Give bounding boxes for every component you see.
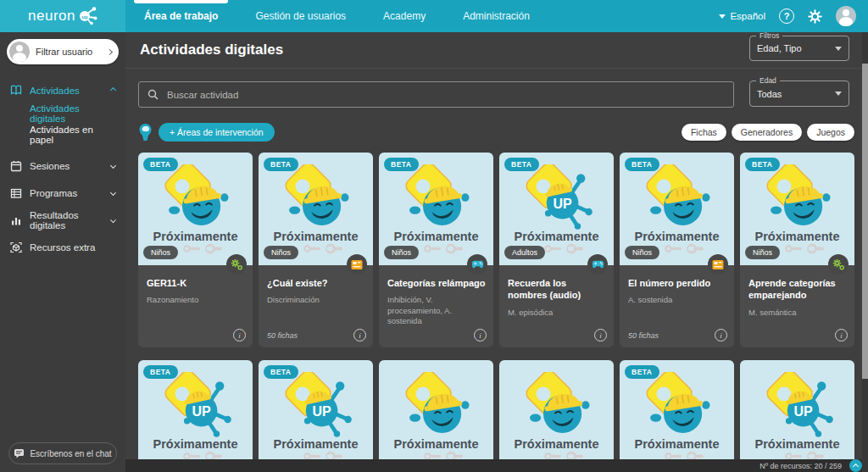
- book-icon: [10, 85, 22, 97]
- bar-chart-icon: [10, 214, 22, 226]
- activity-card[interactable]: BETA: [740, 153, 854, 347]
- scrollbar-thumb[interactable]: [862, 64, 868, 379]
- generator-icon: [231, 258, 242, 270]
- card-title: Aprende categorías emparejando: [748, 277, 847, 302]
- areas-de-intervencion-button[interactable]: + Áreas de intervención: [159, 123, 275, 142]
- mascot-face-illustration: [156, 164, 236, 236]
- generadores-button[interactable]: Generadores: [732, 124, 802, 141]
- scrollbar-track[interactable]: [862, 32, 868, 472]
- coming-soon-label: Próximamente: [138, 230, 253, 243]
- cube-icon: [10, 242, 22, 253]
- card-subtitle: M. episódica: [508, 308, 606, 318]
- tab-area-de-trabajo[interactable]: Área de trabajo: [125, 0, 236, 32]
- type-filter-buttons: Fichas Generadores Juegos: [682, 124, 854, 141]
- info-icon[interactable]: i: [474, 329, 487, 342]
- card-info: Aprende categorías emparejando M. semánt…: [740, 265, 854, 347]
- user-avatar[interactable]: [836, 6, 856, 26]
- coming-soon-label: Próximamente: [620, 230, 734, 243]
- card-info: Recuerda los nombres (audio) M. episódic…: [499, 265, 614, 347]
- mascot-up-logo-illustration: UP: [517, 164, 597, 236]
- game-controller-icon: [592, 260, 604, 269]
- chat-button[interactable]: Escríbenos en el chat: [8, 442, 117, 464]
- sidebar-item-actividades-digitales[interactable]: Actividades digitales: [0, 103, 125, 124]
- activity-card[interactable]: BETA: [138, 153, 253, 347]
- main-nav: Área de trabajo Gestión de usuarios Acad…: [125, 0, 548, 32]
- coming-soon-label: Próximamente: [499, 230, 614, 243]
- generator-icon: [832, 258, 844, 270]
- activity-card[interactable]: UP Próximamente: [379, 360, 493, 472]
- svg-text:UP: UP: [553, 197, 572, 211]
- help-icon[interactable]: ?: [779, 8, 794, 24]
- activity-card[interactable]: BETA: [379, 153, 493, 347]
- sidebar-item-actividades[interactable]: Actividades: [0, 80, 125, 101]
- activity-card[interactable]: BETA: [259, 360, 373, 472]
- card-subtitle: Discriminación: [267, 295, 365, 305]
- svg-text:UP: UP: [312, 404, 331, 419]
- coming-soon-label: Próximamente: [379, 437, 493, 451]
- sidebar-item-actividades-en-papel[interactable]: Actividades en papel: [0, 124, 125, 145]
- activity-card[interactable]: BETA: [138, 360, 253, 472]
- activity-card[interactable]: UP Próximamente: [740, 360, 854, 472]
- mascot-up-logo-illustration: UP: [156, 372, 236, 443]
- main-content: Actividades digitales Filtros Edad, Tipo…: [125, 32, 868, 472]
- user-placeholder-icon: [9, 42, 30, 62]
- scroll-to-top-button[interactable]: [849, 459, 862, 472]
- age-badge: Niños: [625, 246, 659, 259]
- mascot-face-illustration: [397, 164, 476, 236]
- activity-card[interactable]: BETA: [620, 153, 734, 347]
- card-image: BETA: [499, 153, 614, 265]
- edad-dropdown[interactable]: Edad Todas: [749, 81, 849, 107]
- info-icon[interactable]: i: [233, 329, 246, 342]
- chevron-right-icon: [107, 48, 113, 54]
- fichas-button[interactable]: Fichas: [682, 124, 726, 141]
- chat-bubble-icon: [14, 448, 25, 458]
- activity-type-badge: [587, 254, 608, 275]
- mascot-face-illustration: [637, 372, 717, 443]
- tab-gestion-de-usuarios[interactable]: Gestión de usuarios: [236, 0, 364, 32]
- filter-user-button[interactable]: Filtrar usuario: [7, 39, 119, 64]
- info-icon[interactable]: i: [594, 329, 607, 342]
- logo-text: neuron: [28, 8, 75, 25]
- info-icon[interactable]: i: [835, 329, 848, 342]
- chevron-down-icon: [110, 163, 116, 169]
- fichas-count: 50 fichas: [628, 331, 659, 340]
- coming-soon-label: Próximamente: [620, 437, 734, 451]
- tab-academy[interactable]: Academy: [364, 0, 444, 32]
- filters-dropdown[interactable]: Filtros Edad, Tipo: [749, 36, 849, 61]
- resources-count: Nº de recursos: 20 / 259: [760, 462, 842, 470]
- tools-decoration-icon: [784, 242, 826, 258]
- mascot-up-logo-illustration: UP: [758, 372, 837, 443]
- gear-icon[interactable]: [808, 9, 822, 24]
- coming-soon-label: Próximamente: [379, 230, 493, 243]
- table-icon: [10, 187, 22, 199]
- card-image: UP Próximamente: [379, 360, 493, 472]
- language-selector[interactable]: Español: [719, 11, 765, 21]
- activity-type-badge: [708, 254, 728, 275]
- activity-card[interactable]: BETA: [259, 153, 373, 347]
- card-subtitle: Inhibición, V. procesamiento, A. sosteni…: [387, 295, 486, 326]
- tab-administracion[interactable]: Administración: [444, 0, 548, 32]
- juegos-button[interactable]: Juegos: [807, 124, 854, 141]
- card-image: BETA: [620, 153, 734, 265]
- info-icon[interactable]: i: [715, 329, 727, 342]
- sidebar-item-programas[interactable]: Programas: [0, 182, 125, 203]
- tools-decoration-icon: [303, 242, 345, 258]
- sidebar-item-recursos-extra[interactable]: Recursos extra: [0, 236, 125, 258]
- sidebar-item-sesiones[interactable]: Sesiones: [0, 155, 125, 176]
- logo[interactable]: neuron up: [0, 0, 125, 32]
- coming-soon-label: Próximamente: [740, 437, 854, 451]
- info-icon[interactable]: i: [353, 329, 366, 342]
- search-input[interactable]: [165, 89, 725, 101]
- sidebar-item-resultados-digitales[interactable]: Resultados digitales: [0, 209, 125, 230]
- activity-card[interactable]: BETA: [499, 153, 614, 347]
- cards-row-2: BETA: [138, 360, 854, 472]
- brain-head-icon[interactable]: [138, 123, 153, 142]
- tools-decoration-icon: [543, 242, 586, 258]
- actions-row: + Áreas de intervención Fichas Generador…: [138, 122, 854, 142]
- svg-text:up: up: [81, 14, 88, 19]
- activity-card[interactable]: BETA: [620, 360, 734, 472]
- caret-down-icon: [835, 92, 842, 96]
- activity-card[interactable]: UP Próximamente: [499, 360, 614, 472]
- search-icon: [147, 89, 159, 100]
- tools-decoration-icon: [423, 242, 465, 258]
